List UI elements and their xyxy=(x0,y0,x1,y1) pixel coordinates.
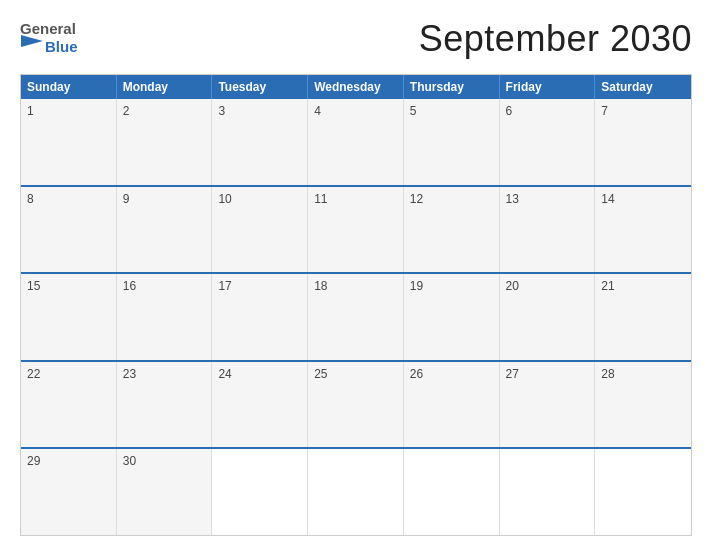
day-cell: 30 xyxy=(117,449,213,535)
day-cell: 12 xyxy=(404,187,500,273)
header: General Blue September 2030 xyxy=(20,18,692,60)
day-header-wednesday: Wednesday xyxy=(308,75,404,99)
day-cell: 27 xyxy=(500,362,596,448)
day-header-thursday: Thursday xyxy=(404,75,500,99)
week-row-1: 1234567 xyxy=(21,99,691,185)
day-number: 16 xyxy=(123,279,136,293)
day-headers: SundayMondayTuesdayWednesdayThursdayFrid… xyxy=(21,75,691,99)
day-number: 11 xyxy=(314,192,327,206)
day-header-tuesday: Tuesday xyxy=(212,75,308,99)
day-number: 3 xyxy=(218,104,225,118)
day-cell: 1 xyxy=(21,99,117,185)
day-cell: 25 xyxy=(308,362,404,448)
day-number: 22 xyxy=(27,367,40,381)
day-cell: 18 xyxy=(308,274,404,360)
logo: General Blue xyxy=(20,21,78,58)
day-cell: 13 xyxy=(500,187,596,273)
day-number: 24 xyxy=(218,367,231,381)
day-cell: 26 xyxy=(404,362,500,448)
day-cell: 22 xyxy=(21,362,117,448)
day-cell: 16 xyxy=(117,274,213,360)
logo-general-text: General xyxy=(20,21,78,36)
day-number: 8 xyxy=(27,192,34,206)
logo-flag-icon xyxy=(21,35,43,57)
day-cell: 21 xyxy=(595,274,691,360)
day-cell xyxy=(595,449,691,535)
day-cell: 7 xyxy=(595,99,691,185)
month-title: September 2030 xyxy=(419,18,692,60)
day-cell xyxy=(308,449,404,535)
day-number: 7 xyxy=(601,104,608,118)
day-cell: 3 xyxy=(212,99,308,185)
day-number: 29 xyxy=(27,454,40,468)
day-number: 21 xyxy=(601,279,614,293)
day-cell: 5 xyxy=(404,99,500,185)
day-number: 26 xyxy=(410,367,423,381)
day-number: 18 xyxy=(314,279,327,293)
day-number: 28 xyxy=(601,367,614,381)
day-cell: 29 xyxy=(21,449,117,535)
day-number: 14 xyxy=(601,192,614,206)
day-number: 15 xyxy=(27,279,40,293)
day-cell: 4 xyxy=(308,99,404,185)
day-cell: 28 xyxy=(595,362,691,448)
logo-blue-text: Blue xyxy=(45,39,78,54)
day-cell: 9 xyxy=(117,187,213,273)
svg-marker-0 xyxy=(21,35,43,47)
day-cell: 15 xyxy=(21,274,117,360)
day-header-sunday: Sunday xyxy=(21,75,117,99)
day-number: 30 xyxy=(123,454,136,468)
day-number: 10 xyxy=(218,192,231,206)
week-row-3: 15161718192021 xyxy=(21,272,691,360)
day-cell: 6 xyxy=(500,99,596,185)
day-number: 12 xyxy=(410,192,423,206)
day-cell: 10 xyxy=(212,187,308,273)
day-header-saturday: Saturday xyxy=(595,75,691,99)
day-cell: 23 xyxy=(117,362,213,448)
day-header-monday: Monday xyxy=(117,75,213,99)
week-row-2: 891011121314 xyxy=(21,185,691,273)
day-number: 19 xyxy=(410,279,423,293)
day-number: 6 xyxy=(506,104,513,118)
weeks: 1234567891011121314151617181920212223242… xyxy=(21,99,691,535)
day-number: 1 xyxy=(27,104,34,118)
day-cell: 11 xyxy=(308,187,404,273)
day-number: 5 xyxy=(410,104,417,118)
day-cell: 24 xyxy=(212,362,308,448)
day-cell: 2 xyxy=(117,99,213,185)
day-cell: 19 xyxy=(404,274,500,360)
day-number: 13 xyxy=(506,192,519,206)
day-cell xyxy=(212,449,308,535)
day-cell xyxy=(404,449,500,535)
day-number: 17 xyxy=(218,279,231,293)
day-cell: 14 xyxy=(595,187,691,273)
week-row-5: 2930 xyxy=(21,447,691,535)
day-number: 4 xyxy=(314,104,321,118)
page: General Blue September 2030 SundayMonday… xyxy=(0,0,712,550)
calendar: SundayMondayTuesdayWednesdayThursdayFrid… xyxy=(20,74,692,536)
week-row-4: 22232425262728 xyxy=(21,360,691,448)
day-number: 2 xyxy=(123,104,130,118)
day-cell: 17 xyxy=(212,274,308,360)
day-number: 9 xyxy=(123,192,130,206)
day-cell: 20 xyxy=(500,274,596,360)
day-header-friday: Friday xyxy=(500,75,596,99)
day-number: 27 xyxy=(506,367,519,381)
day-number: 25 xyxy=(314,367,327,381)
day-number: 20 xyxy=(506,279,519,293)
day-cell: 8 xyxy=(21,187,117,273)
day-cell xyxy=(500,449,596,535)
day-number: 23 xyxy=(123,367,136,381)
